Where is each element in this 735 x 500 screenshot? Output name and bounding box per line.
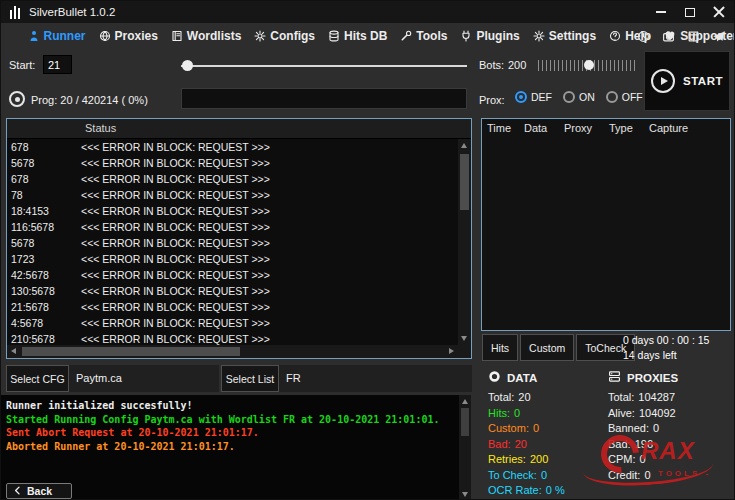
result-status: <<< ERROR IN BLOCK: REQUEST >>> [81, 189, 270, 201]
slider-thumb[interactable] [182, 60, 193, 71]
camera-button[interactable] [660, 28, 677, 45]
custom-input[interactable] [181, 88, 467, 109]
package-icon [687, 30, 700, 43]
result-status: <<< ERROR IN BLOCK: REQUEST >>> [81, 333, 270, 345]
menu-item-wordlists[interactable]: Wordlists [164, 29, 247, 43]
result-id: 42:5678 [7, 269, 81, 281]
stat-row-credit: Credit:0 [608, 468, 728, 484]
menu-item-hits-db[interactable]: Hits DB [321, 29, 393, 43]
package-button[interactable] [685, 28, 702, 45]
history-icon [637, 30, 650, 43]
back-button[interactable]: Back [6, 483, 72, 499]
result-row[interactable]: 116:5678<<< ERROR IN BLOCK: REQUEST >>> [7, 219, 458, 235]
scroll-up-arrow[interactable] [461, 143, 467, 148]
menu-item-label: Settings [549, 29, 596, 43]
history-button[interactable] [635, 28, 652, 45]
result-row[interactable]: 1723<<< ERROR IN BLOCK: REQUEST >>> [7, 251, 458, 267]
hits-tabs: HitsCustomToCheck [482, 334, 635, 361]
menu-item-proxies[interactable]: Proxies [92, 29, 164, 43]
scroll-down-arrow[interactable] [461, 336, 467, 341]
result-row[interactable]: 5678<<< ERROR IN BLOCK: REQUEST >>> [7, 155, 458, 171]
radio-circle-icon [606, 91, 618, 103]
timer-block: 0 days 00 : 00 : 15 14 days left [623, 333, 709, 362]
slider-track [181, 65, 467, 67]
result-row[interactable]: 678<<< ERROR IN BLOCK: REQUEST >>> [7, 139, 458, 155]
menu-item-configs[interactable]: Configs [248, 29, 322, 43]
prox-radio-on[interactable]: ON [563, 91, 595, 103]
result-row[interactable]: 5678<<< ERROR IN BLOCK: REQUEST >>> [7, 235, 458, 251]
proxies-icon [99, 30, 111, 42]
stat-label: Total: [608, 390, 634, 406]
menu-bar: RunnerProxiesWordlistsConfigsHits DBTool… [1, 23, 734, 49]
log-scroll-thumb[interactable] [461, 408, 469, 436]
stat-label: Credit: [608, 468, 640, 484]
result-row[interactable]: 4:5678<<< ERROR IN BLOCK: REQUEST >>> [7, 315, 458, 331]
stat-label: Bad: [608, 437, 631, 453]
result-row[interactable]: 78<<< ERROR IN BLOCK: REQUEST >>> [7, 187, 458, 203]
result-row[interactable]: 210:5678<<< ERROR IN BLOCK: REQUEST >>> [7, 331, 458, 345]
results-horizontal-scrollbar[interactable] [7, 345, 458, 358]
window-title: SilverBullet 1.0.2 [29, 6, 115, 18]
result-row[interactable]: 678<<< ERROR IN BLOCK: REQUEST >>> [7, 171, 458, 187]
license-days-left: 14 days left [623, 348, 709, 363]
result-row[interactable]: 21:5678<<< ERROR IN BLOCK: REQUEST >>> [7, 299, 458, 315]
result-row[interactable]: 130:5678<<< ERROR IN BLOCK: REQUEST >>> [7, 283, 458, 299]
stat-label: Total: [488, 390, 514, 406]
proxy-stats-rows: Total:104287Alive:104092Banned:0Bad:196C… [608, 390, 728, 483]
select-list-button[interactable]: Select List [221, 365, 279, 392]
prox-radio-def[interactable]: DEF [515, 91, 552, 103]
stat-row-retries: Retries:200 [488, 452, 608, 468]
stat-row-total: Total:20 [488, 390, 608, 406]
progress-text: Prog: 20 / 420214 ( 0%) [31, 94, 148, 106]
stat-label: To Check: [488, 468, 537, 484]
log-scroll-down-arrow[interactable] [462, 492, 468, 497]
menu-item-label: Tools [416, 29, 447, 43]
results-vertical-scrollbar[interactable] [458, 139, 471, 345]
configs-icon [254, 30, 266, 42]
prox-radio-off[interactable]: OFF [606, 91, 643, 103]
camera-icon [662, 30, 675, 43]
close-button[interactable] [712, 5, 726, 19]
help-icon [609, 30, 621, 42]
menu-item-settings[interactable]: Settings [526, 29, 602, 43]
result-id: 4:5678 [7, 317, 81, 329]
selected-config-field[interactable]: Paytm.ca [69, 365, 219, 392]
bots-slider[interactable] [538, 60, 638, 71]
prox-label: Prox: [479, 94, 505, 106]
tab-custom[interactable]: Custom [520, 334, 574, 361]
bots-label: Bots: [479, 59, 504, 71]
scroll-right-arrow[interactable] [449, 348, 454, 354]
minimize-button[interactable] [654, 5, 668, 19]
progress-slider[interactable] [181, 60, 467, 72]
telegram-button[interactable] [710, 28, 727, 45]
menu-item-label: Runner [44, 29, 86, 43]
log-scrollbar[interactable] [459, 395, 471, 500]
play-icon [651, 69, 675, 93]
maximize-button[interactable] [683, 5, 697, 19]
hits-column-capture: Capture [649, 122, 688, 134]
menu-item-plugins[interactable]: Plugins [454, 29, 526, 43]
horizontal-scroll-thumb[interactable] [22, 347, 240, 356]
menu-item-tools[interactable]: Tools [394, 29, 454, 43]
tab-hits[interactable]: Hits [482, 334, 518, 361]
log-scroll-up-arrow[interactable] [462, 399, 468, 404]
start-button[interactable]: START [644, 51, 730, 111]
selected-wordlist-field[interactable]: FR [279, 365, 472, 392]
menu-item-label: Proxies [115, 29, 158, 43]
stat-value: 0 [653, 421, 659, 437]
doughnut-icon [488, 370, 501, 383]
select-cfg-button[interactable]: Select CFG [6, 365, 69, 392]
result-row[interactable]: 42:5678<<< ERROR IN BLOCK: REQUEST >>> [7, 267, 458, 283]
vertical-scroll-thumb[interactable] [460, 154, 469, 210]
bots-slider-thumb[interactable] [584, 60, 594, 70]
scroll-left-arrow[interactable] [11, 348, 16, 354]
stat-value: 104287 [638, 390, 675, 406]
result-status: <<< ERROR IN BLOCK: REQUEST >>> [81, 237, 270, 249]
menu-item-runner[interactable]: Runner [21, 29, 92, 43]
result-id: 678 [7, 141, 81, 153]
start-input[interactable] [43, 55, 72, 74]
result-status: <<< ERROR IN BLOCK: REQUEST >>> [81, 269, 270, 281]
log-line: Runner initialized succesfully! [6, 399, 457, 413]
servers-icon [608, 370, 621, 383]
result-row[interactable]: 18:4153<<< ERROR IN BLOCK: REQUEST >>> [7, 203, 458, 219]
